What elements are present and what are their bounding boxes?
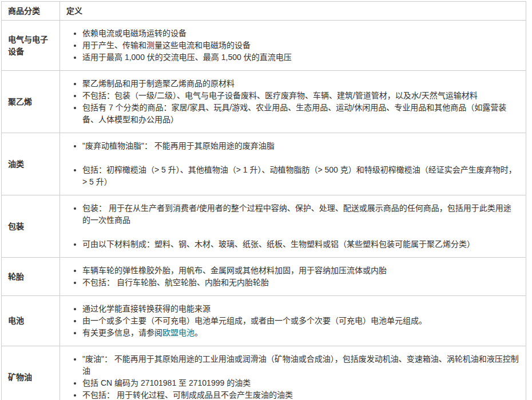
definition-item: "废油"： 不能再用于其原始用途的工业用油或润滑油（矿物油或合成油），包括废发动… bbox=[82, 353, 519, 377]
category-cell: 矿物油 bbox=[2, 346, 60, 400]
definition-text: 聚乙烯制品和用于制造聚乙烯商品的原材料 bbox=[82, 79, 235, 88]
definition-list: 包装： 用于在从生产者到消费者/使用者的整个过程中容纳、保护、处理、配送或展示商… bbox=[67, 202, 519, 250]
table-row: 聚乙烯聚乙烯制品和用于制造聚乙烯商品的原材料不包括：包装（一级/二级）、电气与电… bbox=[2, 71, 526, 133]
definition-item: 不包括： 用于转化过程、可制成成品且不会产生废油的油类 bbox=[82, 389, 519, 400]
table-header: 商品分类 定义 bbox=[2, 2, 526, 21]
table-row: 油类"废弃动植物油脂"： 不能再用于其原始用途的废弃油脂包括：初榨橄榄油（> 5… bbox=[2, 133, 526, 195]
definition-list: 通过化学能直接转换获得的电能来源由一个或多个主要（不可充电）电池单元组成，或者由… bbox=[67, 303, 519, 339]
definition-item: 不包括：包装（一级/二级）、电气与电子设备废料、医疗废弃物、车辆、建筑/管道管材… bbox=[82, 90, 519, 102]
definition-text: "废油"： 不能再用于其原始用途的工业用油或润滑油（矿物油或合成油），包括废发动… bbox=[82, 354, 519, 375]
table-body: 电气与电子设备依赖电流或电磁场运转的设备用于产生、传输和测量这些电流和电磁场的设… bbox=[2, 21, 526, 400]
definition-item: 由一个或多个主要（不可充电）电池单元组成，或者由一个或多个次要（可充电）电池单元… bbox=[82, 315, 519, 327]
definition-cell: "废弃动植物油脂"： 不能再用于其原始用途的废弃油脂包括：初榨橄榄油（> 5 升… bbox=[60, 133, 526, 195]
definition-list: 聚乙烯制品和用于制造聚乙烯商品的原材料不包括：包装（一级/二级）、电气与电子设备… bbox=[67, 78, 519, 126]
definition-text: 包括 CN 编码为 27101981 至 27101999 的油类 bbox=[82, 378, 251, 387]
definition-cell: 车辆车轮的弹性橡胶外胎，用帆布、金属网或其他材料加固，用于容纳加压流体或内胎不包… bbox=[60, 258, 526, 296]
definition-list: 车辆车轮的弹性橡胶外胎，用帆布、金属网或其他材料加固，用于容纳加压流体或内胎不包… bbox=[67, 265, 519, 289]
category-cell: 轮胎 bbox=[2, 258, 60, 296]
definition-text: 适用于最高 1,000 伏的交流电压、最高 1,500 伏的直流电压 bbox=[82, 53, 292, 62]
definition-text: "废弃动植物油脂"： 不能再用于其原始用途的废弃油脂 bbox=[82, 141, 275, 150]
definition-item: 包括：初榨橄榄油（> 5 升）、其他植物油（> 1 升）、动植物脂肪（> 500… bbox=[82, 164, 519, 188]
definition-cell: 依赖电流或电磁场运转的设备用于产生、传输和测量这些电流和电磁场的设备适用于最高 … bbox=[60, 21, 526, 71]
definition-item: 适用于最高 1,000 伏的交流电压、最高 1,500 伏的直流电压 bbox=[82, 51, 519, 63]
definition-list: "废弃动植物油脂"： 不能再用于其原始用途的废弃油脂包括：初榨橄榄油（> 5 升… bbox=[67, 140, 519, 188]
table-row: 包装包装： 用于在从生产者到消费者/使用者的整个过程中容纳、保护、处理、配送或展… bbox=[2, 195, 526, 258]
definition-text: 由一个或多个主要（不可充电）电池单元组成，或者由一个或多个次要（可充电）电池单元… bbox=[82, 316, 427, 325]
table-row: 矿物油"废油"： 不能再用于其原始用途的工业用油或润滑油（矿物油或合成油），包括… bbox=[2, 346, 526, 400]
definition-item: 聚乙烯制品和用于制造聚乙烯商品的原材料 bbox=[82, 78, 519, 90]
definition-item: 车辆车轮的弹性橡胶外胎，用帆布、金属网或其他材料加固，用于容纳加压流体或内胎 bbox=[82, 265, 519, 277]
category-cell: 油类 bbox=[2, 133, 60, 195]
definition-item: 有关更多信息，请参阅欧盟电池。 bbox=[82, 327, 519, 339]
header-row: 商品分类 定义 bbox=[2, 2, 526, 21]
definition-text: 依赖电流或电磁场运转的设备 bbox=[82, 29, 186, 38]
column-header-definition: 定义 bbox=[60, 2, 526, 21]
definition-text: 通过化学能直接转换获得的电能来源 bbox=[82, 304, 211, 313]
definition-text: 不包括： 用于转化过程、可制成成品且不会产生废油的油类 bbox=[82, 390, 293, 399]
definition-text: 。 bbox=[194, 328, 203, 337]
definition-cell: 通过化学能直接转换获得的电能来源由一个或多个主要（不可充电）电池单元组成，或者由… bbox=[60, 296, 526, 346]
definition-cell: 聚乙烯制品和用于制造聚乙烯商品的原材料不包括：包装（一级/二级）、电气与电子设备… bbox=[60, 71, 526, 133]
category-cell: 电气与电子设备 bbox=[2, 21, 60, 71]
definition-text: 车辆车轮的弹性橡胶外胎，用帆布、金属网或其他材料加固，用于容纳加压流体或内胎 bbox=[82, 266, 387, 275]
definition-item: 可由以下材料制成：塑料、钢、木材、玻璃、纸张、纸板、生物塑料或铝（某些塑料包装可… bbox=[82, 238, 519, 250]
definition-text: 不包括：包装（一级/二级）、电气与电子设备废料、医疗废弃物、车辆、建筑/管道管材… bbox=[82, 91, 478, 100]
table-row: 电气与电子设备依赖电流或电磁场运转的设备用于产生、传输和测量这些电流和电磁场的设… bbox=[2, 21, 526, 71]
table-row: 轮胎车辆车轮的弹性橡胶外胎，用帆布、金属网或其他材料加固，用于容纳加压流体或内胎… bbox=[2, 258, 526, 296]
column-header-category: 商品分类 bbox=[2, 2, 60, 21]
product-definitions-table: 商品分类 定义 电气与电子设备依赖电流或电磁场运转的设备用于产生、传输和测量这些… bbox=[1, 1, 526, 400]
definition-item: 依赖电流或电磁场运转的设备 bbox=[82, 27, 519, 39]
definition-text: 不包括： 自行车轮胎、航空轮胎、内胎和无内胎轮胎 bbox=[82, 278, 269, 287]
category-cell: 包装 bbox=[2, 195, 60, 258]
definition-text: 包括有 7 个分类的商品：家居/家具、玩具/游戏、农业用品、生态用品、运动/休闲… bbox=[82, 103, 506, 124]
definition-text: 有关更多信息，请参阅 bbox=[82, 328, 162, 337]
definition-text: 用于产生、传输和测量这些电流和电磁场的设备 bbox=[82, 41, 251, 50]
eu-batteries-link[interactable]: 欧盟电池 bbox=[162, 328, 194, 337]
definition-cell: 包装： 用于在从生产者到消费者/使用者的整个过程中容纳、保护、处理、配送或展示商… bbox=[60, 195, 526, 258]
definition-text: 包括：初榨橄榄油（> 5 升）、其他植物油（> 1 升）、动植物脂肪（> 500… bbox=[82, 165, 517, 186]
definition-item: 通过化学能直接转换获得的电能来源 bbox=[82, 303, 519, 315]
definition-item: 用于产生、传输和测量这些电流和电磁场的设备 bbox=[82, 39, 519, 51]
definition-item: 包括有 7 个分类的商品：家居/家具、玩具/游戏、农业用品、生态用品、运动/休闲… bbox=[82, 102, 519, 126]
definition-text: 包装： 用于在从生产者到消费者/使用者的整个过程中容纳、保护、处理、配送或展示商… bbox=[82, 203, 511, 225]
category-cell: 电池 bbox=[2, 296, 60, 346]
definition-text: 可由以下材料制成：塑料、钢、木材、玻璃、纸张、纸板、生物塑料或铝（某些塑料包装可… bbox=[82, 239, 475, 249]
definition-item: 不包括： 自行车轮胎、航空轮胎、内胎和无内胎轮胎 bbox=[82, 277, 519, 289]
definition-item: 包装： 用于在从生产者到消费者/使用者的整个过程中容纳、保护、处理、配送或展示商… bbox=[82, 202, 519, 226]
definition-cell: "废油"： 不能再用于其原始用途的工业用油或润滑油（矿物油或合成油），包括废发动… bbox=[60, 346, 526, 400]
definition-item: 包括 CN 编码为 27101981 至 27101999 的油类 bbox=[82, 377, 519, 389]
category-cell: 聚乙烯 bbox=[2, 71, 60, 133]
definition-list: 依赖电流或电磁场运转的设备用于产生、传输和测量这些电流和电磁场的设备适用于最高 … bbox=[67, 27, 519, 63]
definition-list: "废油"： 不能再用于其原始用途的工业用油或润滑油（矿物油或合成油），包括废发动… bbox=[67, 353, 519, 400]
definition-item: "废弃动植物油脂"： 不能再用于其原始用途的废弃油脂 bbox=[82, 140, 519, 152]
table-row: 电池通过化学能直接转换获得的电能来源由一个或多个主要（不可充电）电池单元组成，或… bbox=[2, 296, 526, 346]
